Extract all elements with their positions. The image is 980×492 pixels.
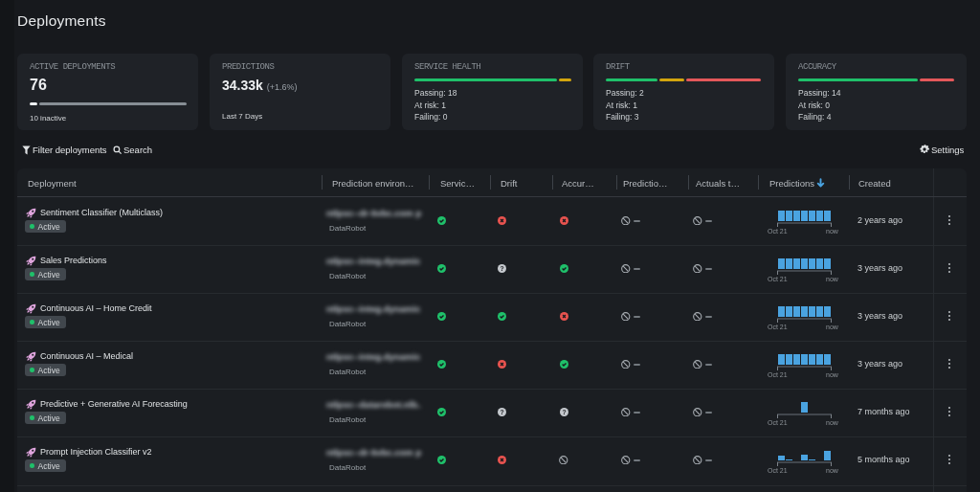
svg-text:?: ? xyxy=(500,409,503,415)
svg-text:?: ? xyxy=(562,409,566,415)
svg-text:?: ? xyxy=(500,265,503,272)
